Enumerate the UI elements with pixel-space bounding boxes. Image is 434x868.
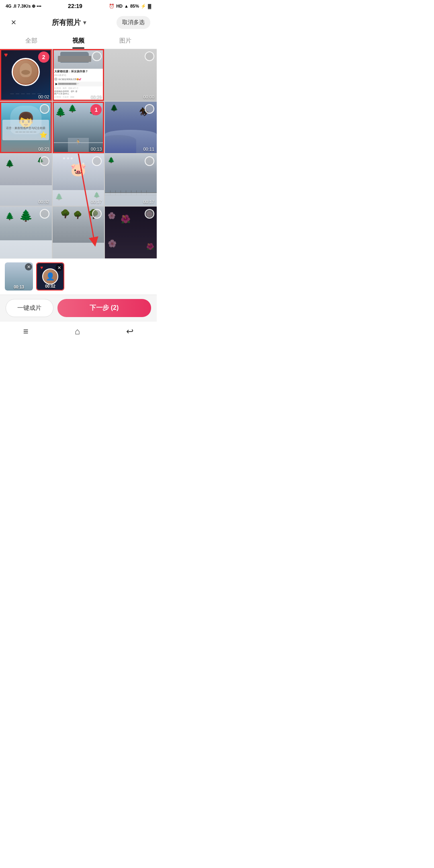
home-icon[interactable]: ⌂ — [67, 325, 88, 338]
media-grid-container: — — — — — — ♥ 2 00:02 大家都在接：坏女孩作祟？ 2911条… — [0, 49, 157, 258]
cancel-multi-select-button[interactable]: 取消多选 — [117, 16, 150, 29]
duration-2: 00:29 — [91, 94, 102, 99]
media-grid: — — — — — — ♥ 2 00:02 大家都在接：坏女孩作祟？ 2911条… — [0, 49, 157, 258]
selection-badge-5: 1 — [90, 104, 102, 115]
hd-badge: HD — [116, 4, 123, 8]
media-cell-7[interactable]: 🌲 🌲 00:32 — [0, 154, 52, 206]
status-bar: 4G .ll 7.3K/s ⊕ ••• 22:19 ⏰ HD ▲ 85% ⚡ ▓ — [0, 0, 157, 11]
action-bar: 一键成片 下一步 (2) — [0, 295, 157, 321]
media-cell-9[interactable]: 🌲 00:17 — [105, 154, 157, 206]
album-title: 所有照片 — [52, 18, 81, 27]
speed-indicator: 7.3K/s — [18, 4, 31, 8]
media-cell-6[interactable]: 🏇 🌲 00:11 — [105, 102, 157, 154]
media-cell-10[interactable]: 🌲 🌲 — [0, 207, 52, 258]
duration-5: 00:13 — [91, 147, 102, 151]
profile-avatar — [12, 58, 40, 86]
selected-thumb-2[interactable]: 👤 ♥ ✕ 00:02 — [36, 262, 64, 291]
selected-duration-2: 00:02 — [45, 284, 55, 289]
heart-icon: ♥ — [4, 51, 8, 59]
select-circle-6 — [145, 104, 154, 114]
duration-8: 00:17 — [91, 199, 102, 204]
tab-bar: 全部 视频 图片 — [0, 33, 157, 49]
media-cell-8[interactable]: 🐷 🌲 🌲 ❄ ❄ ❄ ❄ ❄ 00:17 — [53, 154, 104, 206]
tab-all[interactable]: 全部 — [17, 33, 45, 49]
media-cell-1[interactable]: — — — — — — ♥ 2 00:02 — [0, 49, 52, 101]
duration-7: 00:32 — [38, 199, 49, 204]
status-time: 22:19 — [68, 3, 82, 9]
select-circle-10 — [40, 209, 49, 219]
status-right: ⏰ HD ▲ 85% ⚡ ▓ — [109, 4, 151, 9]
back-icon[interactable]: ↩ — [118, 325, 141, 338]
charging-icon: ⚡ — [141, 4, 146, 9]
select-circle-12 — [145, 209, 154, 219]
menu-icon[interactable]: ≡ — [15, 325, 37, 338]
duration-6: 00:11 — [143, 147, 154, 151]
usb-icon: ⊕ — [32, 4, 35, 9]
select-circle-4 — [40, 104, 49, 114]
alarm-icon: ⏰ — [109, 4, 115, 9]
duration-9: 00:17 — [143, 199, 154, 204]
media-cell-5[interactable]: 🌲 🌲 🌲 🏃 1 00:13 — [53, 102, 104, 154]
dots-icon: ••• — [37, 4, 41, 8]
select-circle-7 — [40, 156, 49, 166]
selection-badge-1: 2 — [38, 51, 49, 63]
tab-image[interactable]: 图片 — [111, 33, 139, 49]
media-cell-2[interactable]: 大家都在接：坏女孩作祟？ 2911条评论 你们能告我我该点赞🤩💕 ▶ █████… — [53, 49, 104, 101]
battery-icon: ▓ — [148, 4, 151, 8]
selected-strip: ✕ 00:13 👤 ♥ ✕ 00:02 — [0, 258, 157, 295]
selected-thumb-1[interactable]: ✕ 00:13 — [5, 262, 33, 291]
bottom-nav-bar: ≡ ⌂ ↩ — [0, 321, 157, 341]
duration-1: 00:02 — [38, 94, 49, 99]
select-circle-3 — [145, 51, 154, 61]
status-left: 4G .ll 7.3K/s ⊕ ••• — [6, 4, 41, 9]
duration-4: 00:23 — [38, 147, 49, 151]
top-nav: × 所有照片 ▾ 取消多选 — [0, 11, 157, 33]
selected-duration-1: 00:13 — [14, 285, 24, 289]
nav-title: 所有照片 ▾ — [52, 18, 86, 27]
next-step-button[interactable]: 下一步 (2) — [57, 299, 151, 317]
one-click-button[interactable]: 一键成片 — [6, 299, 53, 317]
close-button[interactable]: × — [6, 15, 21, 30]
media-cell-3[interactable]: 00:00 — [105, 49, 157, 101]
signal-icon: 4G — [6, 4, 12, 8]
media-cell-11[interactable]: 🌳 🌳 🌳 — [53, 207, 104, 258]
battery-level: 85% — [130, 4, 139, 8]
tab-video[interactable]: 视频 — [64, 33, 92, 49]
media-cell-12[interactable]: 🌸 🌺 🌸 🌸 🌺 — [105, 207, 157, 258]
signal-bars: .ll — [13, 4, 16, 8]
wifi-icon: ▲ — [124, 4, 129, 8]
dropdown-chevron-icon[interactable]: ▾ — [83, 19, 86, 26]
duration-3: 00:00 — [143, 94, 154, 99]
media-cell-4[interactable]: 👦 语音：兼善情感声音与纪念相册— — — — — — 毕业聚欢迎 #吐槽讨论也… — [0, 102, 52, 154]
